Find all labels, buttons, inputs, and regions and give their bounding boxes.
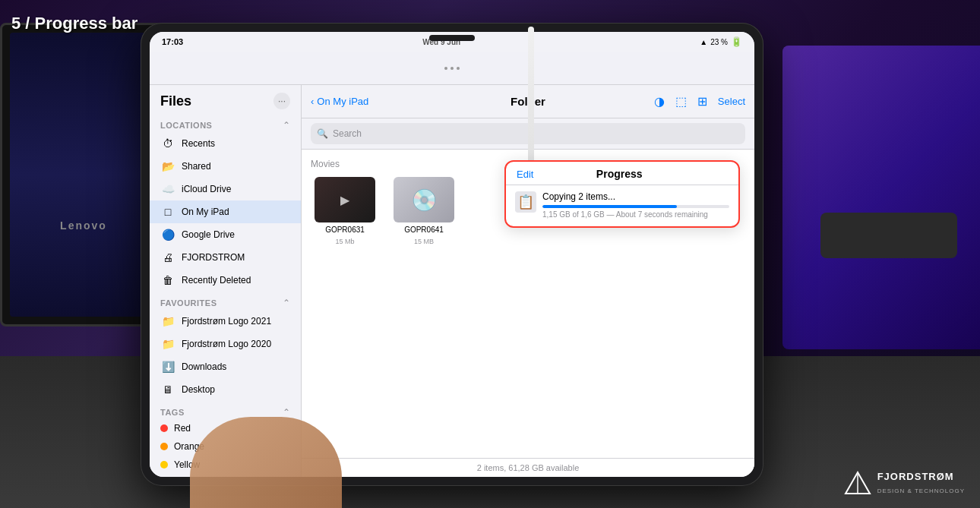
- locations-chevron: ⌃: [283, 120, 290, 131]
- sidebar-item-recently-deleted[interactable]: 🗑 Recently Deleted: [150, 269, 301, 292]
- sidebar-item-desktop[interactable]: 🖥 Desktop: [150, 378, 301, 401]
- progress-info: Copying 2 items... 1,15 GB of 1,6 GB — A…: [542, 191, 729, 219]
- status-time: 17:03: [162, 37, 183, 46]
- tags-chevron: ⌃: [283, 407, 290, 418]
- ipad-device: 17:03 Wed 9 Jun ▲ 23 % 🔋 Files: [141, 23, 763, 486]
- new-folder-icon[interactable]: ⬚: [675, 94, 687, 109]
- recents-label: Recents: [182, 138, 215, 149]
- search-placeholder: Search: [333, 128, 362, 139]
- progress-popup-header: Edit Progress: [506, 162, 738, 185]
- fjordstrom-logo: FJORDSTRØM DESIGN & TECHNOLOGY: [844, 469, 965, 497]
- ipad-screen: 17:03 Wed 9 Jun ▲ 23 % 🔋 Files: [150, 32, 754, 477]
- progress-item: 📋 Copying 2 items... 1,15 GB of 1,6 GB —…: [506, 185, 738, 226]
- apple-pencil: [528, 27, 534, 178]
- on-my-ipad-label: On My iPad: [182, 207, 229, 217]
- usb-hub: [820, 213, 957, 258]
- battery-icon: 🔋: [731, 36, 742, 47]
- search-icon: 🔍: [317, 128, 328, 139]
- downloads-icon: ⬇️: [160, 359, 175, 374]
- status-text: 2 items, 61,28 GB available: [477, 463, 580, 472]
- grid-view-icon[interactable]: ⊞: [697, 94, 707, 109]
- file-name-0641: GOPR0641: [404, 226, 444, 235]
- sidebar-files-title: Files: [160, 93, 191, 109]
- desktop-icon: 🖥: [160, 382, 175, 397]
- logo-2021-label: Fjordstrøm Logo 2021: [182, 316, 271, 327]
- right-background: [782, 46, 980, 349]
- logo-2020-icon: 📁: [160, 336, 175, 352]
- progress-popup: Edit Progress 📋 Copying 2 items...: [504, 160, 740, 228]
- file-item-gopr0631[interactable]: GOPR0631 15 Mb: [311, 177, 379, 245]
- fjordstrom-text-block: FJORDSTRØM DESIGN & TECHNOLOGY: [877, 471, 965, 496]
- icloud-icon: ☁️: [160, 181, 175, 197]
- hand: [190, 417, 342, 508]
- sidebar-edit-button[interactable]: ···: [273, 93, 290, 109]
- progress-status-text: Copying 2 items...: [542, 191, 729, 202]
- status-icons: ▲ 23 % 🔋: [700, 36, 742, 47]
- red-tag-label: Red: [174, 423, 191, 434]
- file-thumbnail-disk: 💿: [394, 177, 454, 222]
- content-status: 2 items, 61,28 GB available: [302, 458, 754, 477]
- locations-label: Locations: [160, 121, 212, 130]
- fjordstrom-subtitle: DESIGN & TECHNOLOGY: [877, 487, 965, 494]
- status-bar: 17:03 Wed 9 Jun ▲ 23 % 🔋: [150, 32, 754, 52]
- google-drive-label: Google Drive: [182, 229, 235, 240]
- content-area: Movies GOPR0631 15 Mb 💿 GOPR064: [302, 150, 754, 458]
- monitor-screen: Lenovo: [10, 33, 157, 317]
- file-item-gopr0641[interactable]: 💿 GOPR0641 15 MB: [390, 177, 458, 245]
- locations-section-header: Locations ⌃: [150, 114, 301, 132]
- progress-size-text: 1,15 GB of 1,6 GB — About 7 seconds rema…: [542, 210, 729, 219]
- header-dots: [444, 67, 460, 70]
- sidebar-item-google-drive[interactable]: 🔵 Google Drive: [150, 223, 301, 246]
- battery-level: 23 %: [710, 38, 728, 46]
- fjordstrom-name: FJORDSTRØM: [877, 471, 965, 482]
- red-tag-dot: [160, 424, 168, 432]
- sidebar-item-icloud[interactable]: ☁️ iCloud Drive: [150, 178, 301, 200]
- yellow-tag-dot: [160, 461, 168, 469]
- icloud-label: iCloud Drive: [182, 184, 231, 194]
- logo-2021-icon: 📁: [160, 314, 175, 329]
- back-button[interactable]: ‹ On My iPad: [311, 96, 368, 107]
- fjordstrom-drive-icon: 🖨: [160, 250, 175, 265]
- sidebar-item-logo-2020[interactable]: 📁 Fjordstrøm Logo 2020: [150, 333, 301, 355]
- desktop-label: Desktop: [182, 384, 215, 395]
- sidebar-item-logo-2021[interactable]: 📁 Fjordstrøm Logo 2021: [150, 310, 301, 333]
- shared-label: Shared: [182, 161, 211, 172]
- tags-label: Tags: [160, 408, 185, 417]
- disk-icon: 💿: [411, 188, 438, 213]
- file-thumbnail-video: [315, 177, 375, 222]
- recently-deleted-label: Recently Deleted: [182, 275, 251, 286]
- back-label: On My iPad: [317, 96, 368, 107]
- sidebar-item-recents[interactable]: ⏱ Recents: [150, 132, 301, 155]
- wifi-icon: ▲: [700, 38, 707, 46]
- sidebar-item-on-my-ipad[interactable]: □ On My iPad: [150, 200, 301, 223]
- sidebar-item-shared[interactable]: 📂 Shared: [150, 155, 301, 178]
- select-button[interactable]: Select: [718, 96, 745, 107]
- orange-tag-dot: [160, 443, 168, 450]
- dot-1: [444, 67, 447, 70]
- file-meta-0641: 15 MB: [414, 238, 434, 245]
- favourites-chevron: ⌃: [283, 298, 290, 308]
- progress-file-icon: 📋: [515, 191, 536, 213]
- progress-edit-button[interactable]: Edit: [517, 169, 533, 180]
- overlay-title: 5 / Progress bar: [11, 14, 138, 33]
- appearance-icon[interactable]: ◑: [654, 94, 665, 109]
- favourites-section-header: Favourites ⌃: [150, 292, 301, 310]
- google-drive-icon: 🔵: [160, 227, 175, 242]
- dot-3: [457, 67, 460, 70]
- fjordstrom-drive-label: FJORDSTROM: [182, 252, 245, 263]
- shared-icon: 📂: [160, 159, 175, 174]
- sidebar-item-fjordstrom[interactable]: 🖨 FJORDSTROM: [150, 246, 301, 269]
- progress-title: Progress: [596, 168, 643, 180]
- sidebar-header: Files ···: [150, 85, 301, 114]
- on-my-ipad-icon: □: [160, 204, 175, 219]
- downloads-label: Downloads: [182, 361, 226, 372]
- back-chevron-icon: ‹: [311, 96, 314, 107]
- recents-icon: ⏱: [160, 136, 175, 151]
- progress-bar-container: [542, 205, 729, 208]
- file-name-0631: GOPR0631: [325, 226, 365, 235]
- file-copy-icon: 📋: [517, 194, 534, 210]
- app-header: [150, 52, 754, 85]
- progress-bar-fill: [542, 205, 677, 208]
- sidebar-item-downloads[interactable]: ⬇️ Downloads: [150, 355, 301, 378]
- recently-deleted-icon: 🗑: [160, 273, 175, 288]
